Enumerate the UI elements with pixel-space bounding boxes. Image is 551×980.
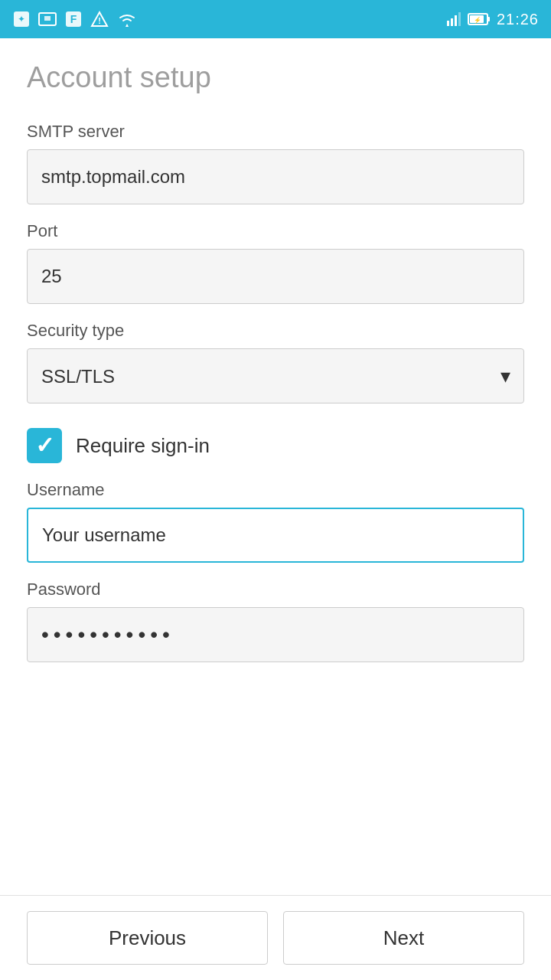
foursquare-icon: F	[64, 10, 83, 28]
port-label: Port	[27, 221, 524, 241]
password-label: Password	[27, 580, 524, 599]
security-type-label: Security type	[27, 321, 524, 341]
smtp-server-label: SMTP server	[27, 122, 524, 142]
require-signin-row[interactable]: ✓ Require sign-in	[27, 428, 524, 463]
port-input[interactable]	[27, 249, 524, 304]
app-icon-2	[38, 10, 57, 28]
smtp-server-input[interactable]	[27, 149, 524, 204]
svg-text:!: !	[98, 16, 101, 25]
bottom-buttons: Previous Next	[0, 895, 551, 980]
password-input[interactable]	[27, 607, 524, 662]
wifi-icon	[116, 10, 138, 28]
security-type-select[interactable]: SSL/TLS None STARTTLS	[27, 348, 524, 403]
app-icon-1: ✦	[12, 10, 31, 28]
battery-icon: ⚡	[468, 11, 491, 27]
signal-icon	[446, 11, 461, 27]
username-group: Username	[27, 480, 524, 563]
warning-icon: !	[90, 10, 109, 28]
previous-button[interactable]: Previous	[27, 911, 268, 965]
username-input[interactable]	[27, 508, 524, 563]
security-type-group: Security type SSL/TLS None STARTTLS ▾	[27, 321, 524, 403]
svg-text:F: F	[70, 13, 77, 25]
status-bar: ✦ F ! ⚡ 2	[0, 0, 551, 38]
main-content: Account setup SMTP server Port Security …	[0, 38, 551, 895]
checkmark-icon: ✓	[35, 434, 54, 457]
svg-rect-10	[458, 12, 461, 26]
status-bar-left-icons: ✦ F !	[12, 10, 138, 28]
require-signin-label: Require sign-in	[76, 434, 210, 458]
page-title: Account setup	[27, 61, 524, 94]
svg-text:✦: ✦	[18, 14, 25, 24]
svg-rect-12	[487, 17, 490, 21]
port-group: Port	[27, 221, 524, 304]
status-bar-right-icons: ⚡ 21:26	[446, 11, 539, 28]
smtp-server-group: SMTP server	[27, 122, 524, 204]
svg-rect-9	[455, 15, 457, 26]
password-group: Password	[27, 580, 524, 662]
require-signin-checkbox[interactable]: ✓	[27, 428, 62, 463]
status-time: 21:26	[497, 11, 539, 28]
security-type-dropdown-wrapper: SSL/TLS None STARTTLS ▾	[27, 348, 524, 403]
username-label: Username	[27, 480, 524, 500]
svg-rect-8	[451, 18, 453, 26]
svg-rect-7	[447, 21, 449, 26]
svg-text:⚡: ⚡	[474, 16, 481, 24]
next-button[interactable]: Next	[283, 911, 524, 965]
